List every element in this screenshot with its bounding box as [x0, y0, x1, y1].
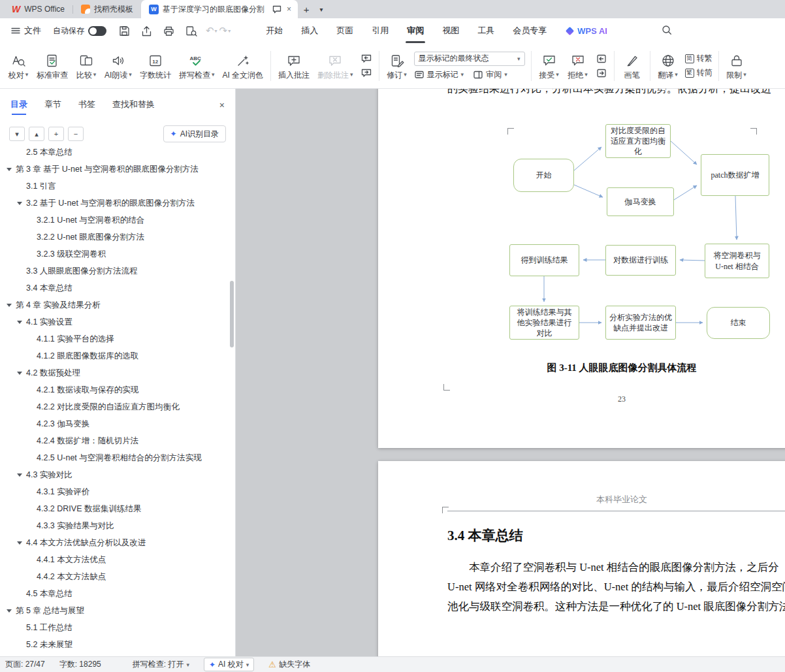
- ai-read-aloud-button[interactable]: AI朗读▾: [101, 50, 136, 82]
- toc-expand-arrow-icon[interactable]: [27, 423, 37, 426]
- toc-item[interactable]: 4.3 实验对比: [0, 466, 235, 483]
- translate-button[interactable]: 翻译▾: [654, 50, 682, 82]
- toc-expand-arrow-icon[interactable]: [17, 643, 26, 647]
- flowchart-node-compare[interactable]: 将训练结果与其他实验结果进行对比: [509, 306, 579, 340]
- toc-item[interactable]: 4.4.2 本文方法缺点: [0, 568, 235, 585]
- compare-button[interactable]: 比较▾: [72, 50, 101, 82]
- toc-expand-arrow-icon[interactable]: [17, 541, 26, 545]
- document-page-2[interactable]: 本科毕业论文 3.4 本章总结 本章介绍了空洞卷积与 U-net 相结合的眼底图…: [378, 461, 785, 656]
- redo-button[interactable]: ↷▾: [219, 25, 231, 37]
- toc-item[interactable]: 3.2.2 U-net 眼底图像分割方法: [0, 229, 235, 246]
- export-button[interactable]: [139, 24, 153, 38]
- track-changes-button[interactable]: 修订▾: [383, 50, 411, 82]
- toc-item[interactable]: 3.2.1 U-net 与空洞卷积的结合: [0, 212, 235, 229]
- flowchart-node-patch[interactable]: patch数据扩增: [701, 154, 769, 196]
- new-tab-button[interactable]: +: [298, 0, 315, 18]
- toc-expand-arrow-icon[interactable]: [27, 456, 37, 460]
- print-preview-button[interactable]: [184, 24, 198, 38]
- toc-item[interactable]: 第 3 章 基于 U-net 与空洞卷积的眼底图像分割方法: [0, 161, 235, 178]
- toc-expand-arrow-icon[interactable]: [17, 372, 26, 375]
- toc-item[interactable]: 3.4 本章总结: [0, 280, 235, 296]
- toc-item[interactable]: 5.1 工作总结: [0, 619, 235, 636]
- next-comment-button[interactable]: [359, 67, 374, 79]
- toc-item[interactable]: 4.2.5 U-net 与空洞卷积相结合的分割方法实现: [0, 449, 235, 466]
- toc-item[interactable]: 4.4 本文方法优缺点分析以及改进: [0, 534, 235, 551]
- reject-revision-button[interactable]: 拒绝▾: [564, 50, 592, 82]
- menu-tab[interactable]: 会员专享: [504, 18, 556, 43]
- flowchart-node-start[interactable]: 开始: [513, 159, 574, 192]
- toc-item[interactable]: 第 4 章 实验及结果分析: [0, 296, 235, 313]
- toc-expand-arrow-icon[interactable]: [27, 507, 37, 511]
- insert-comment-button[interactable]: 插入批注: [274, 50, 313, 82]
- toc-item[interactable]: 4.3.1 实验评价: [0, 483, 235, 500]
- delete-comment-button[interactable]: 删除批注▾: [313, 50, 357, 82]
- expand-level-button[interactable]: ▾: [9, 127, 25, 141]
- missing-font-warning[interactable]: ⚠ 缺失字体: [268, 659, 310, 670]
- flowchart-node-combine[interactable]: 将空洞卷积与 U-net 相结合: [705, 244, 769, 278]
- previous-comment-button[interactable]: [359, 53, 374, 65]
- to-simplified-button[interactable]: 繁转简: [685, 67, 713, 78]
- ink-pen-button[interactable]: 画笔: [618, 50, 647, 82]
- toc-item[interactable]: 2.5 本章总结: [0, 144, 235, 161]
- toc-item[interactable]: 5.2 未来展望: [0, 636, 235, 653]
- toc-expand-arrow-icon[interactable]: [17, 626, 26, 630]
- toc-item[interactable]: 4.2.1 数据读取与保存的实现: [0, 381, 235, 398]
- expand-all-button[interactable]: +: [48, 127, 64, 141]
- close-sidebar-icon[interactable]: ×: [219, 100, 225, 114]
- toc-expand-arrow-icon[interactable]: [7, 304, 16, 307]
- sidebar-tab[interactable]: 目录: [10, 99, 27, 115]
- toc-expand-arrow-icon[interactable]: [27, 440, 37, 443]
- toc-expand-arrow-icon[interactable]: [27, 355, 37, 358]
- toc-expand-arrow-icon[interactable]: [17, 287, 26, 290]
- menu-tab[interactable]: 开始: [257, 18, 292, 43]
- toc-expand-arrow-icon[interactable]: [27, 524, 37, 528]
- autosave-toggle[interactable]: [88, 26, 106, 36]
- toc-item[interactable]: 4.3.2 DRIVE 数据集训练结果: [0, 500, 235, 517]
- toc-expand-arrow-icon[interactable]: [27, 236, 37, 239]
- sidebar-scrollbar-thumb[interactable]: [230, 281, 234, 347]
- collapse-level-button[interactable]: ▴: [29, 127, 44, 141]
- ai-proofread-button[interactable]: ✦ AI 校对 ▾: [204, 658, 254, 671]
- spell-check-button[interactable]: ABC 拼写检查▾: [175, 50, 219, 82]
- flowchart-node-gamma[interactable]: 伽马变换: [607, 187, 674, 216]
- toc-item[interactable]: 4.2.4 数据扩增：随机切片法: [0, 432, 235, 449]
- toc-expand-arrow-icon[interactable]: [7, 609, 16, 613]
- search-button[interactable]: [661, 24, 673, 38]
- menu-tab[interactable]: 审阅: [398, 18, 433, 43]
- sidebar-tab[interactable]: 章节: [44, 99, 61, 115]
- flowchart-node-analyze[interactable]: 分析实验方法的优缺点并提出改进: [605, 306, 676, 340]
- word-count-button[interactable]: 12 字数统计: [136, 50, 175, 82]
- proofread-button[interactable]: 校对▾: [4, 50, 33, 82]
- toc-item[interactable]: 3.3 人眼眼底图像分割方法流程: [0, 263, 235, 280]
- toc-expand-arrow-icon[interactable]: [27, 558, 37, 562]
- wps-ai-button[interactable]: WPS AI: [566, 26, 607, 36]
- toc-item[interactable]: 3.2.3 级联空洞卷积: [0, 246, 235, 263]
- markup-state-dropdown[interactable]: 显示标记的最终状态 ▾: [414, 52, 525, 66]
- collapse-all-button[interactable]: −: [68, 127, 84, 141]
- tab-current-document[interactable]: W 基于深度学习的眼底图像分割 ×: [141, 0, 298, 18]
- standard-review-button[interactable]: 标准审查: [33, 50, 72, 82]
- word-count-indicator[interactable]: 字数: 18295: [59, 659, 101, 670]
- toc-expand-arrow-icon[interactable]: [27, 406, 37, 409]
- toc-expand-arrow-icon[interactable]: [17, 473, 26, 477]
- toc-item[interactable]: 4.2.2 对比度受限的自适应直方图均衡化: [0, 398, 235, 415]
- toc-expand-arrow-icon[interactable]: [17, 202, 26, 205]
- tab-docer-templates[interactable]: 找稻壳模板: [73, 0, 141, 18]
- toc-item[interactable]: 3.2 基于 U-net 与空洞卷积的眼底图像分割方法: [0, 195, 235, 212]
- chevron-down-icon[interactable]: ▾: [228, 28, 231, 34]
- toc-item[interactable]: 4.2.3 伽马变换: [0, 415, 235, 432]
- toc-expand-arrow-icon[interactable]: [17, 321, 26, 324]
- toc-expand-arrow-icon[interactable]: [17, 592, 26, 596]
- toc-item[interactable]: 4.1.1 实验平台的选择: [0, 330, 235, 347]
- undo-button[interactable]: ↶▾: [206, 25, 217, 37]
- show-markup-button[interactable]: 显示标记▾: [414, 69, 464, 80]
- menu-tab[interactable]: 页面: [327, 18, 362, 43]
- menu-tab[interactable]: 引用: [362, 18, 398, 43]
- toc-expand-arrow-icon[interactable]: [17, 151, 26, 154]
- document-page-1[interactable]: 的实验结果进行对比，分析出本实验方案的优势。依据分析，提出改进: [378, 89, 785, 448]
- toc-expand-arrow-icon[interactable]: [27, 253, 37, 256]
- flowchart-node-train[interactable]: 对数据进行训练: [605, 245, 676, 276]
- toc-item[interactable]: 4.5 本章总结: [0, 585, 235, 602]
- toc-expand-arrow-icon[interactable]: [7, 168, 16, 171]
- toc-item[interactable]: 4.4.1 本文方法优点: [0, 551, 235, 568]
